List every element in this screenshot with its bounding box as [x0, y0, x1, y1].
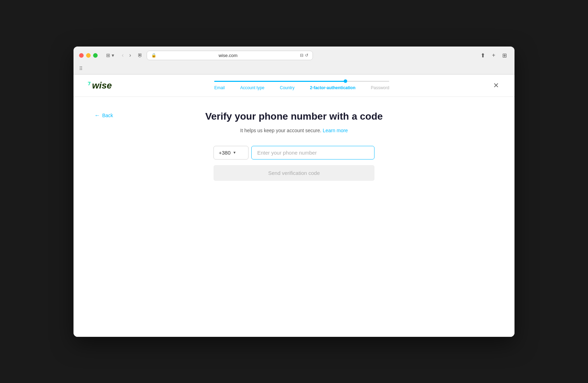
share-button[interactable]: ⬆	[478, 51, 487, 60]
close-button[interactable]: ✕	[492, 80, 500, 90]
browser-window: ⊞ ▾ ‹ › ⛨ 🔒 wise.com ⊟ ↺ ⬆	[74, 47, 514, 337]
progress-bar-track	[214, 81, 389, 82]
progress-bar-fill	[214, 81, 345, 82]
minimize-traffic-light[interactable]	[86, 53, 91, 58]
main-content: ← Back Verify your phone number with a c…	[74, 97, 514, 202]
progress-container: Email Account type Country 2-factor-auth…	[214, 81, 389, 90]
traffic-lights	[79, 53, 98, 58]
learn-more-link[interactable]: Learn more	[323, 128, 348, 133]
address-bar[interactable]: 🔒 wise.com ⊟ ↺	[147, 51, 313, 60]
back-link[interactable]: ← Back	[94, 112, 113, 119]
subtitle-text: It helps us keep your account secure.	[240, 128, 321, 133]
grid-view-button[interactable]: ⊞	[500, 51, 509, 60]
send-verification-code-button[interactable]: Send verification code	[214, 165, 374, 181]
logo-text: wise	[92, 80, 112, 91]
step-password: Password	[371, 85, 390, 90]
close-traffic-light[interactable]	[79, 53, 84, 58]
apps-grid-icon[interactable]: ⠿	[79, 66, 83, 71]
nav-forward-button[interactable]: ›	[127, 51, 133, 60]
browser-toolbar-right: ⬆ + ⊞	[478, 51, 509, 60]
step-2fa[interactable]: 2-factor-authentication	[310, 85, 356, 90]
browser-chrome: ⊞ ▾ ‹ › ⛨ 🔒 wise.com ⊟ ↺ ⬆	[74, 47, 514, 75]
sidebar-toggle-button[interactable]: ⊞ ▾	[105, 52, 115, 59]
back-label: Back	[102, 113, 113, 118]
country-code-value: +380	[219, 150, 231, 156]
page-content: ⁷ wise Email Account type Country 2-fact…	[74, 75, 514, 337]
phone-number-input[interactable]	[251, 146, 374, 159]
logo: ⁷ wise	[88, 80, 112, 91]
maximize-traffic-light[interactable]	[93, 53, 98, 58]
back-arrow-icon: ←	[94, 112, 100, 119]
country-code-select[interactable]: +380 ▾	[214, 146, 248, 159]
step-account-type[interactable]: Account type	[240, 85, 264, 90]
form-container: +380 ▾ Send verification code	[214, 146, 374, 181]
progress-dot	[344, 79, 347, 83]
phone-input-row: +380 ▾	[214, 146, 374, 159]
reader-icon: ⊟	[300, 53, 303, 58]
address-actions: ⊟ ↺	[300, 53, 308, 58]
step-email[interactable]: Email	[214, 85, 225, 90]
lock-icon: 🔒	[151, 53, 156, 58]
window-controls: ⊞ ▾	[105, 52, 115, 59]
nav-controls: ‹ ›	[120, 51, 133, 60]
step-country[interactable]: Country	[280, 85, 295, 90]
step-labels: Email Account type Country 2-factor-auth…	[214, 85, 389, 90]
new-tab-button[interactable]: +	[490, 51, 497, 60]
url-text: wise.com	[159, 53, 298, 58]
dropdown-arrow-icon: ▾	[233, 150, 236, 155]
page-title: Verify your phone number with a code	[205, 111, 383, 122]
subtitle: It helps us keep your account secure. Le…	[240, 128, 348, 133]
shield-icon: ⛨	[138, 52, 142, 58]
refresh-icon[interactable]: ↺	[305, 53, 308, 58]
nav-back-button[interactable]: ‹	[120, 51, 126, 60]
logo-symbol: ⁷	[88, 81, 91, 90]
browser-titlebar: ⊞ ▾ ‹ › ⛨ 🔒 wise.com ⊟ ↺ ⬆	[74, 47, 514, 63]
browser-tabs: ⠿	[74, 63, 514, 74]
site-header: ⁷ wise Email Account type Country 2-fact…	[74, 75, 514, 97]
